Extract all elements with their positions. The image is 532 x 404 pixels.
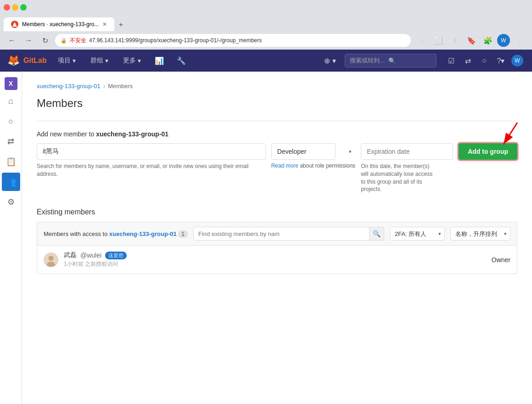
existing-members-title: Existing members [37, 208, 517, 216]
profile-avatar[interactable]: W [497, 34, 510, 47]
add-member-form: Search for members by name, username, or… [37, 143, 517, 193]
chevron-down-icon3: ▾ [138, 57, 141, 64]
member-name-row: 武磊 @wulei 这是您 [64, 251, 486, 259]
read-more-role-link[interactable]: Read more about role permissions [271, 163, 355, 169]
lock-icon: 🔒 [61, 38, 67, 44]
member-search-input[interactable] [37, 143, 266, 160]
maximize-window-btn[interactable] [20, 4, 27, 11]
member-username: @wulei [80, 252, 101, 259]
date-input-wrapper: On this date, the member(s) will automat… [361, 143, 453, 193]
chart-icon[interactable]: 📊 [152, 53, 167, 68]
global-search-box[interactable]: 搜索或转到... 🔍 [345, 54, 437, 67]
app-layout: X ⌂ ○ ⇄ 📋 👥 ⚙ » xuecheng-133-group-01 › … [0, 72, 532, 404]
existing-member-search-input[interactable] [193, 227, 370, 241]
sidebar-group-avatar[interactable]: X [5, 77, 17, 90]
minimize-window-btn[interactable] [12, 4, 18, 11]
sidebar-item-issues[interactable]: ○ [2, 112, 20, 130]
sidebar: X ⌂ ○ ⇄ 📋 👥 ⚙ » [0, 72, 22, 404]
nav-more[interactable]: 更多 ▾ [119, 55, 145, 67]
member-input-wrapper: Search for members by name, username, or… [37, 143, 266, 178]
add-to-group-button[interactable]: Add to group [459, 143, 517, 160]
sidebar-item-settings[interactable]: ⚙ [2, 193, 20, 211]
svg-marker-0 [12, 22, 17, 27]
section-divider [37, 121, 517, 121]
extensions-icon[interactable]: 🧩 [481, 33, 495, 48]
nav-profile-icon[interactable]: W [510, 53, 525, 68]
sidebar-item-todos[interactable]: 📋 [2, 152, 20, 171]
nav-merge-icon[interactable]: ⇄ [460, 53, 475, 68]
download-icon[interactable]: ⬇ [448, 33, 462, 48]
member-role: Owner [492, 256, 510, 264]
gitlab-logo[interactable]: 🦊 GitLab [7, 55, 47, 67]
member-search-filter: 🔍 [193, 227, 384, 241]
titlebar [0, 0, 532, 15]
filter-count-badge: 1 [178, 230, 188, 238]
breadcrumb-group-link[interactable]: xuecheng-133-group-01 [37, 83, 101, 90]
member-avatar [44, 252, 58, 267]
fox-icon: 🦊 [7, 55, 20, 67]
nav-more-label: 更多 [123, 56, 136, 65]
sidebar-item-home[interactable]: ⌂ [2, 92, 20, 110]
tab-title: Members · xuecheng-133-gro... [22, 21, 99, 28]
chevron-down-icon2: ▾ [105, 57, 108, 64]
active-tab[interactable]: Members · xuecheng-133-gro... ✕ [4, 17, 114, 31]
breadcrumb: xuecheng-133-group-01 › Members [37, 83, 517, 90]
role-select[interactable]: Guest Reporter Developer Maintainer Owne… [271, 143, 336, 160]
menu-dots-icon[interactable]: ⋮ [512, 33, 526, 48]
user-avatar: W [511, 55, 523, 67]
nav-projects-label: 项目 [58, 56, 71, 65]
read-more-text: Read more [271, 163, 298, 169]
nav-todo-icon[interactable]: ☑ [444, 53, 459, 68]
sidebar-item-members[interactable]: 👥 [2, 173, 20, 191]
gitlab-navbar: 🦊 GitLab 项目 ▾ 群组 ▾ 更多 ▾ 📊 🔧 ⊕ ▾ 搜索或转到...… [0, 50, 532, 72]
nav-help-icon[interactable]: ?▾ [493, 53, 508, 68]
2fa-filter-select[interactable]: 2FA: 所有人 [390, 227, 445, 241]
add-button-wrapper: Add to group [459, 143, 517, 160]
existing-members-section: Existing members Members with access to … [37, 208, 517, 274]
member-time: 1小时前 之前授权访问 [64, 260, 486, 268]
nav-groups[interactable]: 群组 ▾ [87, 55, 112, 67]
sort-filter-wrapper: 名称，升序排列 [450, 227, 510, 241]
filter-text: Members with access to xuecheng-133-grou… [44, 230, 188, 237]
2fa-filter-wrapper: 2FA: 所有人 [390, 227, 445, 241]
new-tab-button[interactable]: + [114, 18, 127, 31]
address-bar[interactable]: 🔒 不安全 47.96.143.141:9999/groups/xuecheng… [55, 34, 411, 47]
members-table: 武磊 @wulei 这是您 1小时前 之前授权访问 Owner [37, 246, 517, 274]
back-button[interactable]: ← [6, 34, 18, 47]
sidebar-item-merge[interactable]: ⇄ [2, 132, 20, 151]
nav-groups-label: 群组 [90, 56, 103, 65]
nav-projects[interactable]: 项目 ▾ [54, 55, 79, 67]
member-info: 武磊 @wulei 这是您 1小时前 之前授权访问 [64, 251, 486, 268]
avatar-image [44, 252, 58, 267]
add-member-label: Add new member to xuecheng-133-group-01 [37, 130, 517, 138]
window-controls[interactable] [4, 4, 27, 11]
role-hint-text: about role permissions [300, 163, 355, 169]
expiration-date-input[interactable] [361, 143, 453, 160]
cast-icon[interactable]: ⬜ [431, 33, 446, 48]
tab-close-icon[interactable]: ✕ [102, 21, 107, 28]
browser-window: Members · xuecheng-133-gro... ✕ + ← → ↻ … [0, 0, 532, 404]
role-select-wrapper: Guest Reporter Developer Maintainer Owne… [271, 143, 355, 169]
forward-button[interactable]: → [22, 34, 35, 47]
member-display-name: 武磊 [64, 251, 77, 259]
refresh-button[interactable]: ↻ [39, 34, 51, 47]
add-member-section: Add new member to xuecheng-133-group-01 … [37, 130, 517, 193]
svg-point-4 [48, 255, 53, 260]
role-select-container: Guest Reporter Developer Maintainer Owne… [271, 143, 355, 160]
search-placeholder: 搜索或转到... [350, 56, 385, 65]
address-bar-row: ← → ↻ 🔒 不安全 47.96.143.141:9999/groups/xu… [0, 31, 532, 50]
nav-right-icons: ☑ ⇄ ○ ?▾ W [444, 53, 525, 68]
chevron-down-icon: ▾ [73, 57, 76, 64]
bookmarks-icon[interactable]: 🔖 [464, 33, 479, 48]
nav-issue-icon[interactable]: ○ [477, 53, 492, 68]
existing-member-search-button[interactable]: 🔍 [370, 227, 384, 241]
plus-dropdown-icon[interactable]: ⊕ ▾ [323, 53, 337, 68]
sort-filter-select[interactable]: 名称，升序排列 [450, 227, 510, 241]
bookmark-star-icon[interactable]: ☆ [414, 33, 429, 48]
breadcrumb-separator: › [103, 83, 105, 90]
close-window-btn[interactable] [4, 4, 10, 11]
members-filter-bar: Members with access to xuecheng-133-grou… [37, 222, 517, 246]
wrench-icon[interactable]: 🔧 [174, 53, 189, 68]
url-text: 47.96.143.141:9999/groups/xuecheng-133-g… [89, 37, 262, 44]
member-row: 武磊 @wulei 这是您 1小时前 之前授权访问 Owner [37, 246, 517, 274]
